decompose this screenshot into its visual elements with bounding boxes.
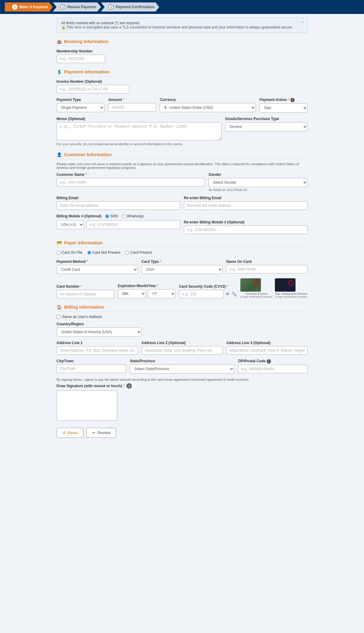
card-type-select[interactable]: VISA — [142, 265, 223, 274]
name-on-card-input[interactable] — [226, 265, 308, 273]
email-input[interactable] — [57, 201, 180, 210]
step-1-label: Make A Payment — [19, 5, 48, 9]
card-images: American Express 4 Digit Verification Nu… — [240, 278, 308, 298]
customer-note: Please make sure your full name is enter… — [57, 162, 308, 169]
amount-col: Amount * — [108, 98, 156, 112]
gender-select[interactable]: Select Gender — [209, 178, 307, 187]
goods-select[interactable]: Service — [225, 122, 308, 131]
step-3-label: Payment Confirmation — [115, 5, 154, 9]
agreement-text: By signing below, I agree to pay the abo… — [57, 378, 308, 381]
customer-icon: 👤 — [57, 152, 62, 157]
name-on-card-label: Name On Card — [226, 260, 308, 264]
re-email-col: Re-enter Billing Email — [184, 196, 308, 210]
step-1[interactable]: 1 Make A Payment — [5, 2, 53, 12]
visa-card-image — [275, 278, 296, 292]
mobile-input[interactable] — [86, 220, 180, 229]
re-email-input[interactable] — [184, 201, 308, 210]
expiry-year-select[interactable]: YY — [148, 289, 175, 298]
payment-action-select[interactable]: Sale — [259, 103, 307, 112]
city-input[interactable] — [57, 364, 126, 373]
amount-input[interactable] — [108, 103, 156, 112]
currency-select[interactable]: $ - United States Dollar (USD) — [160, 103, 256, 112]
card-not-present-radio[interactable] — [87, 251, 91, 255]
state-select[interactable]: Select State/Province — [130, 364, 234, 373]
state-col: State/Province Select State/Province — [130, 359, 234, 373]
amount-label: Amount * — [108, 98, 156, 102]
goods-label: Goods/Services Purchase Type — [225, 117, 308, 121]
expiry-label: Expiration Month/Year * — [118, 284, 175, 288]
membership-input[interactable] — [57, 55, 105, 63]
country-group: Country/Region United States of America … — [57, 322, 308, 337]
required-note: All fields marked with an asterisk (*) a… — [61, 21, 303, 25]
zip-col: ZIP/Postal Code i — [238, 359, 308, 373]
zip-info-icon[interactable]: i — [267, 359, 271, 363]
same-as-user-checkbox[interactable] — [57, 315, 61, 319]
sig-clear-icon[interactable]: ↺ — [126, 383, 132, 389]
amex-card-image — [240, 278, 261, 292]
name-on-card-col: Name On Card — [226, 260, 308, 274]
card-type-label: Card Type * — [142, 260, 223, 264]
card-present-radio[interactable] — [125, 251, 129, 255]
mobile-fields-row: USA (+1) Re-enter Billing Mobile # (Opti… — [57, 220, 308, 234]
name-gender-row: Customer Name * Gender Select Gender As … — [57, 172, 308, 192]
signature-canvas[interactable] — [57, 390, 117, 421]
city-state-zip-row: City/Town State/Province Select State/Pr… — [57, 359, 308, 373]
addr1-input[interactable] — [57, 346, 138, 355]
amex-circle — [254, 280, 259, 286]
cvv-row: 👁 🔍 — [179, 290, 237, 298]
whatsapp-radio-label[interactable]: WhatsApp — [122, 214, 144, 218]
booking-section-title: 🏨 Booking Information — [57, 39, 308, 46]
sig-label: Draw Signature (with mouse or touch) * — [57, 384, 125, 388]
billing-icon: 🏠 — [57, 305, 62, 310]
btn-row: ↺ Reset ✏ Review — [57, 428, 308, 438]
card-on-file-radio[interactable] — [57, 251, 61, 255]
card-not-present-label[interactable]: Card Not Present — [87, 250, 121, 255]
card-present-label[interactable]: Card Present — [125, 250, 152, 255]
card-type-col: Card Type * VISA — [142, 260, 223, 274]
addr2-input[interactable] — [142, 346, 223, 355]
collapse-button[interactable]: ⌃ — [301, 21, 304, 26]
review-icon: ✏ — [92, 430, 95, 435]
zip-label: ZIP/Postal Code i — [238, 359, 308, 363]
city-label: City/Town — [57, 359, 126, 363]
payment-action-info-icon[interactable]: i — [290, 98, 295, 102]
addr3-input[interactable] — [226, 346, 308, 355]
memo-textarea[interactable] — [57, 122, 222, 140]
payment-method-select[interactable]: Credit Card — [57, 265, 138, 274]
sms-radio-label[interactable]: SMS — [105, 214, 118, 218]
zip-input[interactable] — [238, 365, 308, 373]
customer-name-input[interactable] — [57, 178, 205, 186]
currency-col: Currency $ - United States Dollar (USD) — [160, 98, 256, 112]
city-col: City/Town — [57, 359, 126, 373]
payer-section-title: 💳 Payer Information — [57, 240, 308, 247]
country-code-select[interactable]: USA (+1) — [57, 220, 84, 229]
payment-method-label: Payment Method * — [57, 260, 138, 264]
email-row: Billing Email Re-enter Billing Email — [57, 196, 308, 210]
card-on-file-label[interactable]: Card On File — [57, 250, 82, 255]
payment-icon: 💲 — [57, 69, 62, 74]
whatsapp-radio[interactable] — [122, 214, 126, 218]
step-2[interactable]: 2 Review Payment — [53, 2, 101, 12]
main-container: ⌃ All fields marked with an asterisk (*)… — [52, 14, 312, 450]
payer-icon: 💳 — [57, 240, 62, 245]
card-number-input[interactable] — [57, 290, 114, 298]
step-2-num: 2 — [60, 4, 65, 10]
sms-radio[interactable] — [105, 214, 109, 218]
payment-type-row: Payment Type Single Payment Amount * Cur… — [57, 98, 308, 112]
cvv-input[interactable] — [179, 290, 224, 298]
card-number-row: Card Number * Expiration Month/Year * MM… — [57, 278, 308, 298]
re-mobile-input[interactable] — [184, 226, 308, 234]
cvv-show-icon[interactable]: 🔍 — [232, 292, 237, 296]
customer-section-title: 👤 Customer Information — [57, 152, 308, 159]
payment-type-select[interactable]: Single Payment — [57, 103, 105, 112]
amex-label: American Express — [240, 292, 273, 295]
step-3-num: 3 — [108, 4, 114, 10]
reset-button[interactable]: ↺ Reset — [57, 428, 84, 438]
expiry-month-select[interactable]: MM — [118, 289, 146, 298]
invoice-input[interactable] — [57, 85, 129, 93]
cvv-eye-icon[interactable]: 👁 — [225, 292, 230, 296]
country-select[interactable]: United States of America (USA) — [57, 327, 142, 337]
re-mobile-label: Re-enter Billing Mobile # (Optional) — [184, 220, 308, 224]
review-button[interactable]: ✏ Review — [86, 428, 116, 438]
step-3[interactable]: 3 Payment Confirmation — [101, 2, 159, 12]
